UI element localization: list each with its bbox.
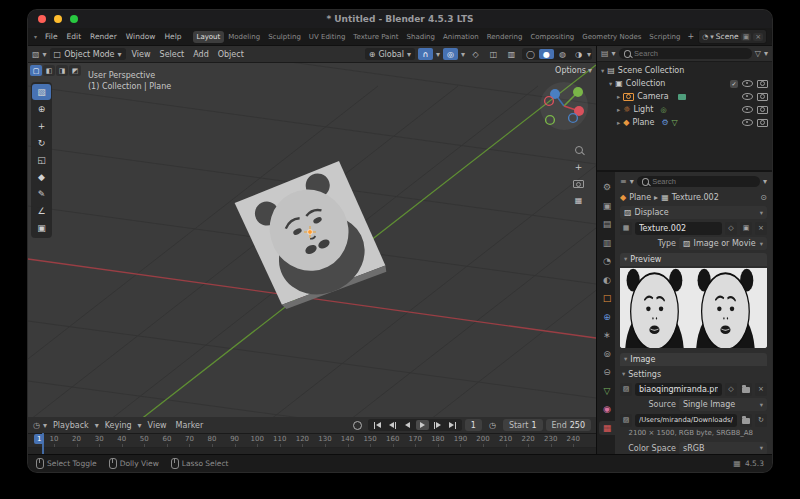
timeline-menu-view[interactable]: View bbox=[145, 421, 170, 430]
filepath-field[interactable]: /Users/miranda/Downloads/biaoqingmiranda… bbox=[635, 414, 737, 427]
tab-scene-properties[interactable]: ◔ bbox=[599, 254, 615, 268]
colorspace-dropdown[interactable]: sRGB ▾ bbox=[679, 442, 767, 455]
texture-type-dropdown[interactable]: ▨ Image or Movie ▾ bbox=[679, 237, 767, 250]
menu-file[interactable]: File bbox=[41, 31, 62, 42]
viewport-canvas[interactable] bbox=[28, 46, 596, 417]
tab-particle-properties[interactable]: ∗ bbox=[599, 328, 615, 342]
tool-cursor[interactable]: ⊕ bbox=[32, 101, 51, 117]
navigation-gizmo[interactable] bbox=[538, 80, 590, 132]
hide-viewport-eye-icon[interactable] bbox=[742, 80, 753, 87]
hide-viewport-eye-icon[interactable] bbox=[742, 119, 753, 126]
timeline-ruler[interactable]: 10 20 30 40 50 60 70 80 90 100 110 120 1… bbox=[28, 434, 596, 448]
auto-keyframe-button[interactable] bbox=[350, 419, 365, 431]
shading-rendered-button[interactable]: ◑ bbox=[571, 49, 586, 59]
tab-rendering[interactable]: Rendering bbox=[483, 31, 527, 43]
scene-new-button[interactable]: ▣ bbox=[741, 33, 752, 41]
texture-context-dropdown[interactable]: ▨ Displace ▾ bbox=[620, 206, 767, 219]
reload-image-button[interactable]: ↻ bbox=[755, 414, 767, 427]
tool-add-primitive[interactable]: ▣ bbox=[32, 220, 51, 236]
breadcrumb-object[interactable]: Plane bbox=[629, 193, 651, 202]
tab-tool-properties[interactable]: ⚙ bbox=[599, 180, 615, 194]
outliner-row-camera[interactable]: ▸ Camera bbox=[597, 90, 772, 103]
tab-texture-paint[interactable]: Texture Paint bbox=[349, 31, 402, 43]
tool-annotate[interactable]: ✎ bbox=[32, 186, 51, 202]
tab-texture-properties[interactable]: ▦ bbox=[599, 421, 615, 435]
tab-object-properties[interactable]: □ bbox=[599, 291, 615, 305]
pin-icon[interactable]: ⊙ bbox=[760, 193, 767, 202]
menu-edit[interactable]: Edit bbox=[63, 31, 86, 42]
tool-measure[interactable]: ∠ bbox=[32, 203, 51, 219]
snap-chevron-icon[interactable]: ▾ bbox=[436, 50, 440, 59]
tool-option-new-button[interactable]: ▢ bbox=[30, 65, 42, 76]
shading-solid-button[interactable]: ● bbox=[539, 49, 554, 59]
tool-move[interactable]: + bbox=[32, 118, 51, 134]
preview-range-clock-button[interactable]: ◷ bbox=[485, 419, 500, 431]
tab-modeling[interactable]: Modeling bbox=[224, 31, 264, 43]
tool-transform[interactable]: ◆ bbox=[32, 169, 51, 185]
timeline-track-area[interactable] bbox=[28, 448, 596, 454]
mode-selector[interactable]: □ Object Mode ▾ bbox=[50, 48, 126, 60]
disable-render-camera-icon[interactable] bbox=[757, 80, 768, 88]
end-frame-field[interactable]: End 250 bbox=[546, 419, 591, 431]
blender-menu-chevron-icon[interactable]: ▾ bbox=[34, 33, 37, 40]
previous-keyframe-button[interactable] bbox=[386, 420, 399, 430]
disable-render-camera-icon[interactable] bbox=[757, 119, 768, 127]
texture-name-field[interactable]: Texture.002 bbox=[635, 222, 722, 235]
texture-browse-button[interactable]: ▦ bbox=[620, 222, 632, 235]
pan-view-icon[interactable]: + bbox=[575, 162, 583, 172]
expand-icon[interactable]: ▾ bbox=[609, 80, 612, 88]
expand-icon[interactable]: ▸ bbox=[617, 93, 620, 101]
tool-option-invert-button[interactable]: ◩ bbox=[69, 65, 81, 76]
scene-selector[interactable]: ◔ ▾ Scene ▣ × bbox=[698, 29, 767, 44]
menu-render[interactable]: Render bbox=[86, 31, 121, 42]
shading-wireframe-button[interactable]: ◯ bbox=[523, 49, 538, 59]
jump-to-end-button[interactable] bbox=[446, 420, 459, 430]
tool-option-subtract-button[interactable]: ◨ bbox=[56, 65, 68, 76]
timeline-menu-keying[interactable]: Keying bbox=[102, 421, 135, 430]
timeline-editor-chevron-icon[interactable]: ▾ bbox=[43, 421, 47, 430]
viewport-menu-object[interactable]: Object bbox=[215, 50, 247, 59]
camera-view-icon[interactable] bbox=[573, 180, 584, 188]
viewport-3d[interactable]: ▧ ▾ □ Object Mode ▾ View Select Add Obje… bbox=[28, 46, 596, 417]
outliner-filter-chevron-icon[interactable]: ▾ bbox=[764, 49, 768, 58]
menu-help[interactable]: Help bbox=[160, 31, 185, 42]
proportional-chevron-icon[interactable]: ▾ bbox=[461, 50, 465, 59]
viewport-options-dropdown[interactable]: Options ▾ bbox=[555, 66, 592, 75]
timeline-menu-marker[interactable]: Marker bbox=[173, 421, 207, 430]
tab-object-data-properties[interactable]: ▽ bbox=[599, 384, 615, 398]
editor-type-timeline-icon[interactable]: ◷ bbox=[33, 421, 40, 430]
hide-viewport-eye-icon[interactable] bbox=[742, 93, 753, 100]
tab-output-properties[interactable]: ▤ bbox=[599, 217, 615, 231]
outliner-search[interactable] bbox=[619, 48, 752, 59]
tab-constraint-properties[interactable]: ⊖ bbox=[599, 365, 615, 379]
tool-scale[interactable]: ◱ bbox=[32, 152, 51, 168]
outliner-row-plane[interactable]: ▸ ◆ Plane ⚙ ▽ bbox=[597, 116, 772, 129]
hide-viewport-eye-icon[interactable] bbox=[742, 106, 753, 113]
viewport-menu-add[interactable]: Add bbox=[190, 50, 212, 59]
tool-option-extend-button[interactable]: ◧ bbox=[43, 65, 55, 76]
zoom-view-icon[interactable] bbox=[575, 146, 583, 154]
show-overlays-button[interactable]: ◫ bbox=[486, 48, 501, 60]
image-browse-button[interactable]: ▨ bbox=[620, 383, 632, 396]
viewport-menu-view[interactable]: View bbox=[129, 50, 154, 59]
outliner-editor-chevron-icon[interactable]: ▾ bbox=[612, 49, 616, 58]
tab-sculpting[interactable]: Sculpting bbox=[264, 31, 305, 43]
tab-modifier-properties[interactable]: ⊕ bbox=[599, 310, 615, 324]
add-workspace-button[interactable]: + bbox=[684, 32, 697, 41]
play-reverse-button[interactable] bbox=[401, 420, 414, 430]
shading-chevron-icon[interactable]: ▾ bbox=[587, 50, 591, 59]
source-dropdown[interactable]: Single Image ▾ bbox=[679, 398, 767, 411]
collection-checkbox[interactable]: ✓ bbox=[730, 80, 738, 88]
proportional-edit-button[interactable]: ◎ bbox=[443, 48, 458, 60]
start-frame-field[interactable]: Start 1 bbox=[503, 419, 543, 431]
unlink-image-button[interactable]: × bbox=[755, 383, 767, 396]
tab-geometry-nodes[interactable]: Geometry Nodes bbox=[578, 31, 645, 43]
disable-render-camera-icon[interactable] bbox=[757, 106, 768, 114]
properties-editor-chevron-icon[interactable]: ▾ bbox=[630, 177, 634, 186]
editor-type-outliner-icon[interactable]: ▤ bbox=[601, 49, 609, 58]
outliner-filter-funnel-icon[interactable]: ▽ bbox=[755, 49, 761, 58]
properties-search-input[interactable] bbox=[652, 177, 755, 186]
shading-material-button[interactable]: ◍ bbox=[555, 49, 570, 59]
outliner-row-scene-collection[interactable]: ▾ ▤ Scene Collection bbox=[597, 64, 772, 77]
tab-animation[interactable]: Animation bbox=[439, 31, 483, 43]
